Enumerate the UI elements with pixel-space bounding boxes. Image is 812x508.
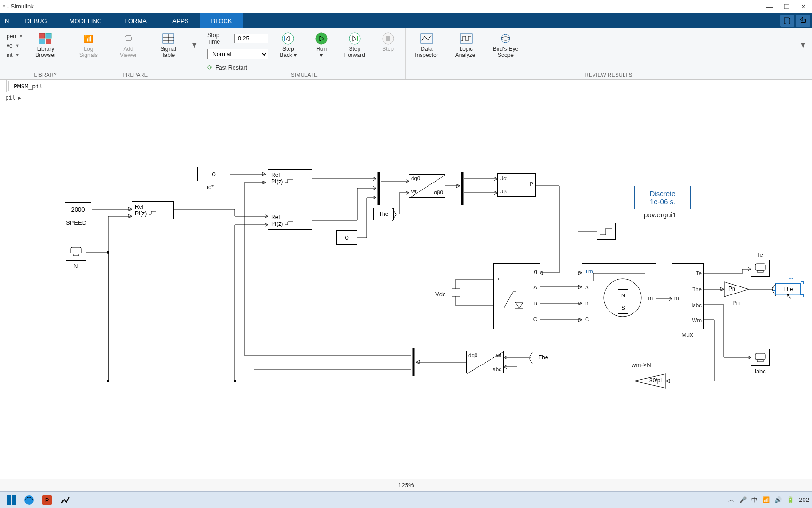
logic-icon [458, 32, 474, 45]
table-icon [160, 32, 176, 45]
svg-rect-52 [73, 254, 79, 256]
tray-clock[interactable]: 202 [799, 496, 809, 503]
idref-constant-block[interactable]: 0 [197, 167, 230, 181]
fast-restart-button[interactable]: ⟳ Fast Restart [207, 62, 268, 71]
zero-constant-block[interactable]: 0 [336, 230, 357, 245]
svg-rect-59 [757, 360, 763, 362]
svg-rect-58 [755, 353, 765, 360]
logic-analyzer-button[interactable]: LogicAnalyzer [449, 30, 484, 60]
svg-point-10 [282, 33, 294, 44]
stop-time-input[interactable] [234, 34, 268, 43]
breadcrumb[interactable]: _pil▸ [0, 92, 812, 103]
pi-iq-block[interactable]: Ref PI(z) [268, 212, 312, 230]
birdseye-scope-button[interactable]: Bird's-EyeScope [488, 30, 523, 60]
step-block[interactable] [597, 223, 616, 240]
qa-save-button[interactable] [780, 15, 794, 27]
svg-point-65 [24, 495, 34, 505]
goto-the-block[interactable]: The [775, 283, 801, 295]
tab-n[interactable]: N [0, 13, 14, 28]
tab-format[interactable]: FORMAT [113, 13, 161, 28]
zoom-level[interactable]: 125% [398, 482, 414, 489]
scope-te[interactable] [751, 260, 770, 277]
wmn-text: wm->N [632, 361, 651, 368]
pn-label: Pn [732, 299, 740, 306]
scope-n[interactable] [66, 243, 86, 261]
stop-button[interactable]: Stop [375, 30, 401, 71]
run-button[interactable]: Run▾ [308, 30, 335, 71]
bus-selector-block[interactable]: m Te The Iabc Wm [672, 263, 704, 329]
window-maximize-button[interactable] [778, 0, 795, 13]
svg-point-13 [349, 33, 360, 44]
taskbar-start-button[interactable] [3, 493, 20, 507]
gain-30pi-block[interactable]: 30/pi [633, 373, 666, 389]
signal-table-button[interactable]: SignalTable [151, 30, 186, 60]
chevron-right-icon: ▸ [18, 95, 21, 101]
tab-modeling[interactable]: MODELING [58, 13, 113, 28]
library-browser-button[interactable]: LibraryBrowser [28, 30, 63, 60]
qa-undo-button[interactable] [796, 15, 810, 27]
step-forward-button[interactable]: StepForward [342, 30, 368, 71]
pi-id-block[interactable]: Ref PI(z) [268, 169, 312, 187]
tray-mic-icon[interactable]: 🎤 [739, 496, 747, 503]
svg-rect-11 [284, 36, 285, 41]
pi-speed-block[interactable]: Ref PI(z) [132, 201, 174, 219]
sim-mode-select[interactable]: Normal [207, 49, 268, 59]
svpwm-block[interactable]: Uα Uβ P [497, 173, 536, 197]
window-title: * - Simulink [3, 3, 34, 10]
model-canvas[interactable]: 2000 SPEED 0 id* N Ref PI(z) Ref PI(z) R… [0, 103, 812, 461]
window-close-button[interactable]: ✕ [795, 0, 812, 13]
taskbar-edge-icon[interactable] [21, 493, 38, 507]
svg-rect-64 [12, 500, 16, 505]
svg-rect-56 [755, 264, 765, 270]
tab-debug[interactable]: DEBUG [14, 13, 58, 28]
speed-constant-block[interactable]: 2000 [65, 202, 91, 216]
group-simulate-label: SIMULATE [207, 71, 401, 79]
svg-point-12 [316, 33, 327, 44]
play-icon [313, 32, 329, 45]
svg-rect-2 [39, 33, 45, 38]
dq0-to-ab0-block[interactable]: dq0 wt αβ0 [409, 174, 445, 198]
prepare-expand-button[interactable]: ▼ [191, 30, 199, 60]
svg-rect-0 [784, 4, 789, 9]
powergui-block[interactable]: Discrete 1e-06 s. [634, 186, 691, 209]
tray-chevron-icon[interactable]: ︿ [728, 496, 734, 504]
window-titlebar: * - Simulink — ✕ [0, 0, 812, 13]
windows-taskbar: P ︿ 🎤 中 📶 🔊 🔋 202 [0, 491, 812, 508]
taskbar-matlab-icon[interactable] [56, 493, 73, 507]
group-library-label: LIBRARY [28, 71, 63, 79]
iabc-label: iabc [755, 368, 766, 375]
abc-to-dq0-block[interactable]: dq0 wt abc [466, 351, 504, 373]
data-inspector-button[interactable]: DataInspector [409, 30, 444, 60]
review-expand-button[interactable]: ▼ [799, 30, 808, 60]
log-signals-button[interactable]: 📶 LogSignals [71, 30, 106, 60]
add-viewer-button[interactable]: 🖵 AddViewer [111, 30, 146, 60]
tab-block[interactable]: BLOCK [200, 13, 243, 28]
step-back-button[interactable]: StepBack ▾ [275, 30, 302, 71]
tray-battery-icon[interactable]: 🔋 [787, 496, 794, 503]
speed-label: SPEED [66, 219, 86, 226]
toolstrip-tabbar: N DEBUG MODELING FORMAT APPS BLOCK [0, 13, 812, 28]
model-tab[interactable]: PMSM_pil [8, 81, 48, 91]
from-the-block[interactable]: The [373, 208, 394, 220]
tab-apps[interactable]: APPS [161, 13, 200, 28]
svg-rect-18 [460, 34, 472, 43]
tray-wifi-icon[interactable]: 📶 [762, 496, 770, 503]
group-prepare-label: PREPARE [71, 71, 199, 79]
tray-ime-indicator[interactable]: 中 [751, 496, 757, 504]
pmsm-block[interactable]: Tm A B C m N S [582, 263, 656, 329]
svg-text:P: P [45, 497, 49, 504]
block-actions-ellipsis[interactable]: ... [789, 274, 794, 281]
powergui-label: powergui1 [644, 211, 676, 219]
scope-iabc[interactable] [751, 349, 770, 366]
from-the2-block[interactable]: The [532, 352, 554, 363]
svg-rect-4 [39, 39, 45, 44]
taskbar-powerpoint-icon[interactable]: P [39, 493, 55, 507]
stop-icon [380, 32, 396, 45]
pn-gain-block[interactable]: Pn [724, 281, 749, 297]
window-minimize-button[interactable]: — [761, 0, 778, 13]
tray-volume-icon[interactable]: 🔊 [774, 496, 782, 503]
mux-label: Mux [681, 331, 693, 338]
inverter-block[interactable]: g + A B C [493, 263, 540, 329]
viewer-icon: 🖵 [120, 32, 136, 45]
scope-icon [498, 32, 514, 45]
